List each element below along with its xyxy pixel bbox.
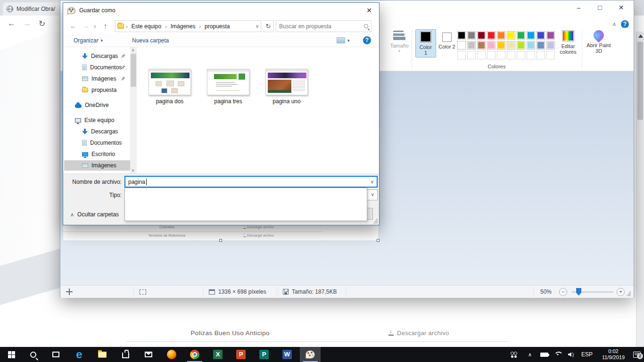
file-item-pagina-tres[interactable]: pagina tres — [201, 69, 256, 105]
taskbar-powerpoint[interactable]: P — [231, 347, 251, 362]
zoom-out-button[interactable]: − — [559, 288, 567, 296]
palette-swatch[interactable] — [457, 51, 466, 59]
sidebar-item-downloads[interactable]: Descargas — [64, 51, 130, 61]
breadcrumb-propuesta[interactable]: propuesta — [203, 22, 231, 31]
palette-swatch[interactable] — [467, 41, 476, 49]
zoom-in-button[interactable]: + — [617, 288, 625, 296]
taskbar-mail[interactable] — [138, 347, 159, 362]
palette-swatch[interactable] — [517, 41, 525, 49]
dialog-forward-button[interactable]: → — [82, 22, 89, 30]
edit-colors-button[interactable]: Editar colores — [556, 30, 580, 55]
dialog-back-button[interactable]: ← — [70, 22, 77, 30]
palette-swatch[interactable] — [477, 51, 486, 59]
size-button[interactable]: Tamaño ▾ — [389, 30, 410, 53]
palette-swatch[interactable] — [487, 51, 495, 59]
battery-icon[interactable] — [537, 347, 551, 362]
sidebar-item-propuesta[interactable]: propuesta — [64, 85, 130, 95]
palette-swatch[interactable] — [537, 41, 545, 49]
dialog-help-icon[interactable]: ? — [363, 36, 371, 44]
organize-button[interactable]: Organizar ▾ — [69, 35, 107, 46]
dialog-title-bar[interactable]: Guardar como — [63, 3, 379, 18]
sidebar-scrollbar[interactable]: ∧ ∨ — [130, 47, 137, 173]
palette-swatch[interactable] — [497, 31, 505, 40]
wifi-icon[interactable] — [552, 347, 564, 362]
taskbar-firefox[interactable] — [161, 347, 182, 362]
breadcrumb-this-pc[interactable]: Este equipo — [130, 22, 163, 31]
zoom-slider-thumb[interactable] — [576, 288, 581, 296]
recent-locations-icon[interactable]: ∨ — [93, 24, 97, 29]
dialog-close-button[interactable]: ✕ — [362, 5, 376, 16]
download-link[interactable]: Descargar archivo — [388, 342, 449, 347]
taskbar-paint[interactable] — [300, 347, 321, 362]
paint-help-icon[interactable]: ? — [621, 20, 629, 28]
up-one-level-button[interactable]: ↑ — [104, 22, 107, 30]
sidebar-item-onedrive[interactable]: OneDrive — [64, 100, 130, 110]
language-indicator[interactable]: ESP — [578, 347, 596, 362]
taskbar-word[interactable]: W — [277, 347, 297, 362]
palette-swatch[interactable] — [517, 31, 525, 40]
palette-swatch[interactable] — [457, 31, 466, 40]
palette-swatch[interactable] — [527, 31, 535, 40]
sidebar-item-pictures[interactable]: Imágenes — [64, 74, 130, 84]
open-paint3d-button[interactable]: Abrir Paint 3D — [586, 30, 612, 54]
notification-center-button[interactable]: 2 — [631, 347, 643, 362]
canvas-resize-handle-bottom[interactable] — [219, 239, 222, 242]
search-icon[interactable] — [364, 24, 368, 28]
file-item-pagina-uno[interactable]: pagina uno — [259, 69, 314, 105]
hidden-icons-chevron[interactable]: ∧ — [524, 347, 536, 362]
taskbar-publisher[interactable]: P — [254, 347, 274, 362]
minimize-button[interactable]: – — [568, 0, 589, 15]
palette-swatch[interactable] — [467, 31, 476, 40]
scrollbar-thumb[interactable] — [131, 54, 136, 87]
palette-swatch[interactable] — [487, 31, 495, 40]
taskbar-chrome[interactable] — [184, 347, 205, 362]
taskbar-store[interactable] — [115, 347, 136, 362]
scroll-up-icon[interactable]: ∧ — [132, 48, 134, 52]
palette-swatch[interactable] — [527, 51, 535, 59]
type-dropdown-icon[interactable]: ∨ — [371, 192, 374, 197]
browser-forward-button[interactable]: → — [23, 19, 31, 28]
scrollbar-thumb[interactable] — [637, 42, 643, 120]
palette-swatch[interactable] — [517, 51, 525, 59]
window-resize-grip[interactable] — [626, 291, 631, 296]
browser-back-button[interactable]: ← — [8, 19, 16, 28]
download-link[interactable]: Descargar archivo — [388, 324, 449, 342]
palette-swatch[interactable] — [507, 41, 515, 49]
palette-swatch[interactable] — [497, 41, 505, 49]
task-view-button[interactable] — [45, 347, 66, 362]
palette-swatch[interactable] — [537, 51, 545, 59]
palette-swatch[interactable] — [546, 51, 555, 59]
filename-dropdown-icon[interactable]: ∨ — [371, 179, 374, 184]
palette-swatch[interactable] — [527, 41, 535, 49]
volume-icon[interactable]: ) — [565, 347, 577, 362]
sidebar-item-desktop[interactable]: Escritorio — [64, 149, 130, 159]
palette-swatch[interactable] — [477, 31, 486, 40]
start-button[interactable] — [1, 347, 22, 362]
canvas-resize-handle-corner[interactable] — [377, 239, 380, 242]
palette-swatch[interactable] — [546, 31, 555, 40]
filename-suggestions-popup[interactable] — [124, 188, 367, 221]
color1-button[interactable]: Color 1 — [415, 29, 436, 58]
sidebar-item-documents-pc[interactable]: Documentos — [64, 138, 130, 148]
taskbar-file-explorer[interactable] — [92, 347, 113, 362]
scrollbar-up-arrow[interactable] — [638, 34, 643, 38]
sidebar-item-documents[interactable]: Documentos — [64, 62, 130, 73]
hide-folders-button[interactable]: ∧ Ocultar carpetas — [70, 211, 119, 218]
sidebar-item-downloads-pc[interactable]: Descargas — [64, 126, 130, 137]
palette-swatch[interactable] — [487, 41, 495, 49]
palette-swatch[interactable] — [467, 51, 476, 59]
new-folder-button[interactable]: Nueva carpeta — [127, 35, 173, 46]
browser-reload-button[interactable]: ↻ — [39, 19, 45, 29]
browser-scrollbar[interactable] — [636, 32, 644, 347]
browser-tab[interactable]: Modificar Obra/ — [3, 2, 65, 16]
palette-swatch[interactable] — [507, 31, 515, 40]
breadcrumb-dropdown-icon[interactable]: ∨ — [256, 24, 259, 29]
collapse-ribbon-icon[interactable]: ∧ — [612, 21, 616, 27]
change-view-button[interactable]: ▾ — [332, 35, 355, 45]
refresh-button[interactable]: ↻ — [263, 20, 274, 32]
search-box[interactable]: Buscar en propuesta — [276, 20, 372, 32]
taskbar-excel[interactable]: X — [207, 347, 228, 362]
file-item-pagina-dos[interactable]: pagina dos — [142, 69, 197, 105]
color2-button[interactable]: Color 2 — [438, 31, 456, 51]
palette-swatch[interactable] — [537, 31, 545, 40]
